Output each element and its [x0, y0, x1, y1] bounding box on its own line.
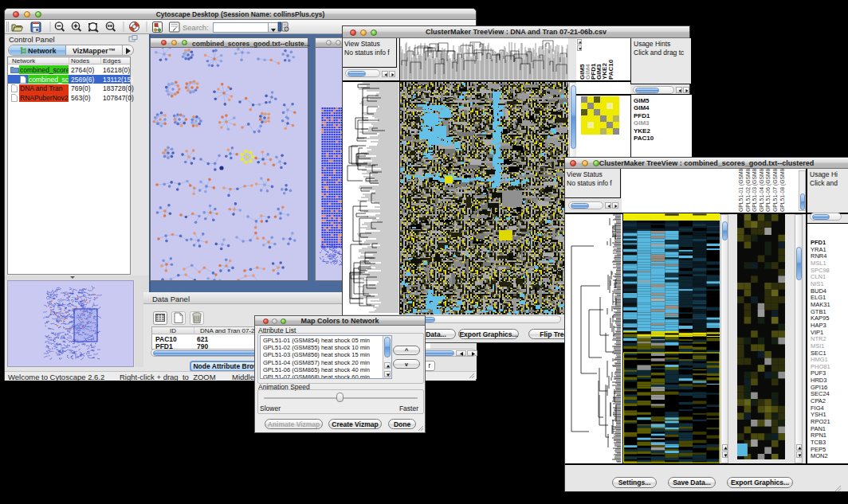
- svg-text:PAC10: PAC10: [607, 59, 614, 80]
- svg-text:GPL51-06 (GSM865: GPL51-06 (GSM865: [765, 169, 771, 212]
- svg-text:GPL51-04 (GSM857: GPL51-04 (GSM857: [759, 169, 765, 212]
- svg-text:GPL51-01 (GSM854: GPL51-01 (GSM854: [738, 169, 744, 212]
- svg-text:GPL51-02 (GSM855: GPL51-02 (GSM855: [745, 169, 752, 212]
- svg-text:GPL51-07 (GSM868: GPL51-07 (GSM868: [772, 169, 779, 212]
- svg-text:GPL51-03 (GSM856: GPL51-03 (GSM856: [752, 169, 758, 212]
- svg-text:GPL51-08 (GSM872): GPL51-08 (GSM872): [779, 169, 786, 212]
